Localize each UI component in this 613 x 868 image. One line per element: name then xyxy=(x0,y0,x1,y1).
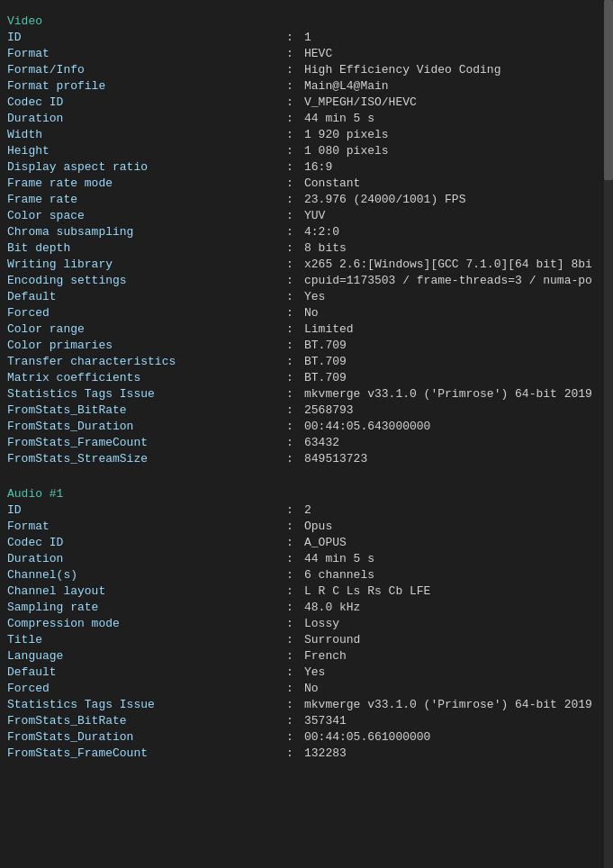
row-sep: : xyxy=(286,354,304,370)
table-row: Format profile: Main@L4@Main xyxy=(7,78,609,95)
row-value: 357341 xyxy=(304,713,609,729)
row-key: Writing library xyxy=(7,257,286,273)
row-sep: : xyxy=(286,681,304,697)
row-value: HEVC xyxy=(304,46,609,62)
row-key: Height xyxy=(7,143,286,159)
row-key: Color space xyxy=(7,208,286,224)
row-key: Format xyxy=(7,519,286,535)
table-row: FromStats_Duration: 00:44:05.643000000 xyxy=(7,419,609,435)
table-row: FromStats_StreamSize: 849513723 xyxy=(7,451,609,467)
table-row: Language: French xyxy=(7,648,609,665)
row-key: ID xyxy=(7,30,286,46)
row-key: Duration xyxy=(7,111,286,127)
row-value: High Efficiency Video Coding xyxy=(304,62,609,78)
table-row: FromStats_FrameCount: 132283 xyxy=(7,746,609,762)
row-value: 8 bits xyxy=(304,240,609,257)
row-key: FromStats_FrameCount xyxy=(7,746,286,762)
row-value: Yes xyxy=(304,289,609,305)
row-sep: : xyxy=(286,62,304,78)
row-sep: : xyxy=(286,435,304,451)
table-row: Width: 1 920 pixels xyxy=(7,127,609,143)
row-sep: : xyxy=(286,451,304,467)
table-row: Duration: 44 min 5 s xyxy=(7,551,609,567)
row-key: Channel(s) xyxy=(7,567,286,583)
row-value: V_MPEGH/ISO/HEVC xyxy=(304,95,609,111)
row-sep: : xyxy=(286,519,304,535)
table-row: Encoding settings: cpuid=1173503 / frame… xyxy=(7,273,609,289)
table-row: Title: Surround xyxy=(7,632,609,648)
table-row: ID: 1 xyxy=(7,30,609,46)
table-row: Color space: YUV xyxy=(7,208,609,224)
scrollbar[interactable] xyxy=(604,0,613,868)
row-value: A_OPUS xyxy=(304,535,609,551)
row-key: Compression mode xyxy=(7,616,286,632)
table-row: Default: Yes xyxy=(7,289,609,305)
row-key: FromStats_BitRate xyxy=(7,402,286,419)
row-sep: : xyxy=(286,159,304,176)
row-key: Codec ID xyxy=(7,535,286,551)
row-value: x265 2.6:[Windows][GCC 7.1.0][64 bit] 8b… xyxy=(304,257,609,273)
row-sep: : xyxy=(286,95,304,111)
table-row: Frame rate: 23.976 (24000/1001) FPS xyxy=(7,192,609,208)
row-sep: : xyxy=(286,713,304,729)
row-sep: : xyxy=(286,746,304,762)
row-sep: : xyxy=(286,616,304,632)
row-sep: : xyxy=(286,370,304,386)
row-key: Statistics Tags Issue xyxy=(7,386,286,402)
spacer-1 xyxy=(7,467,609,480)
table-row: Bit depth: 8 bits xyxy=(7,240,609,257)
row-key: Encoding settings xyxy=(7,273,286,289)
video-section-title: Video xyxy=(7,14,609,28)
row-value: Constant xyxy=(304,176,609,192)
row-sep: : xyxy=(286,535,304,551)
row-value: BT.709 xyxy=(304,370,609,386)
table-row: Default: Yes xyxy=(7,665,609,681)
row-key: Color range xyxy=(7,321,286,338)
row-value: No xyxy=(304,681,609,697)
table-row: Codec ID: V_MPEGH/ISO/HEVC xyxy=(7,95,609,111)
row-key: Chroma subsampling xyxy=(7,224,286,240)
table-row: FromStats_FrameCount: 63432 xyxy=(7,435,609,451)
row-value: No xyxy=(304,305,609,321)
row-value: Lossy xyxy=(304,616,609,632)
table-row: Writing library: x265 2.6:[Windows][GCC … xyxy=(7,257,609,273)
table-row: Forced: No xyxy=(7,681,609,697)
row-sep: : xyxy=(286,30,304,46)
table-row: FromStats_Duration: 00:44:05.661000000 xyxy=(7,729,609,746)
row-value: 1 920 pixels xyxy=(304,127,609,143)
row-value: 00:44:05.643000000 xyxy=(304,419,609,435)
row-sep: : xyxy=(286,257,304,273)
row-sep: : xyxy=(286,338,304,354)
row-sep: : xyxy=(286,208,304,224)
row-sep: : xyxy=(286,502,304,519)
row-key: Color primaries xyxy=(7,338,286,354)
row-key: Language xyxy=(7,648,286,665)
row-value: 00:44:05.661000000 xyxy=(304,729,609,746)
row-key: Statistics Tags Issue xyxy=(7,697,286,713)
row-value: 63432 xyxy=(304,435,609,451)
table-row: FromStats_BitRate: 357341 xyxy=(7,713,609,729)
table-row: Codec ID: A_OPUS xyxy=(7,535,609,551)
row-sep: : xyxy=(286,386,304,402)
row-value: 44 min 5 s xyxy=(304,111,609,127)
row-key: Frame rate mode xyxy=(7,176,286,192)
table-row: Matrix coefficients: BT.709 xyxy=(7,370,609,386)
row-key: FromStats_Duration xyxy=(7,729,286,746)
audio-rows: ID: 2Format: OpusCodec ID: A_OPUSDuratio… xyxy=(7,502,609,762)
table-row: ID: 2 xyxy=(7,502,609,519)
scrollbar-thumb[interactable] xyxy=(604,0,613,180)
row-value: 23.976 (24000/1001) FPS xyxy=(304,192,609,208)
row-value: BT.709 xyxy=(304,338,609,354)
row-sep: : xyxy=(286,305,304,321)
row-key: Display aspect ratio xyxy=(7,159,286,176)
row-sep: : xyxy=(286,321,304,338)
row-sep: : xyxy=(286,697,304,713)
row-sep: : xyxy=(286,176,304,192)
table-row: FromStats_BitRate: 2568793 xyxy=(7,402,609,419)
table-row: Statistics Tags Issue: mkvmerge v33.1.0 … xyxy=(7,697,609,713)
row-sep: : xyxy=(286,600,304,616)
row-value: L R C Ls Rs Cb LFE xyxy=(304,583,609,600)
table-row: Channel layout: L R C Ls Rs Cb LFE xyxy=(7,583,609,600)
table-row: Chroma subsampling: 4:2:0 xyxy=(7,224,609,240)
row-key: Width xyxy=(7,127,286,143)
